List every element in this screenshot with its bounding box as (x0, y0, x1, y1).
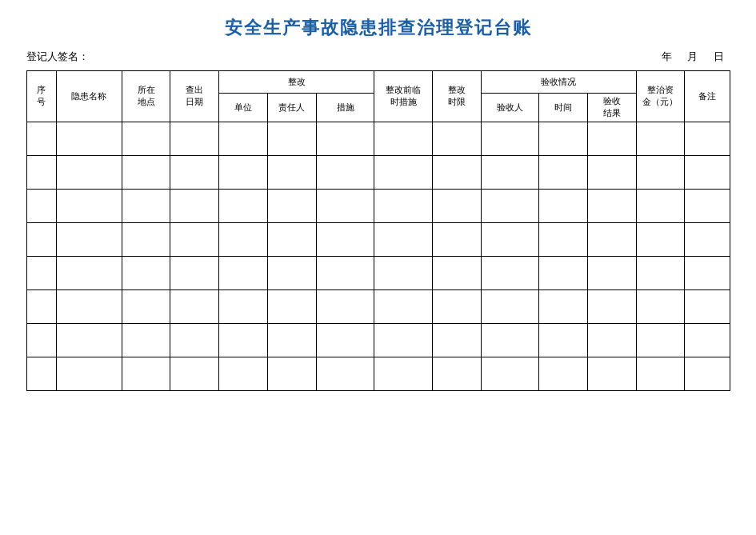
header-seq: 序号 (26, 71, 56, 122)
cell-temp (374, 357, 432, 390)
cell-accept-person (481, 256, 538, 289)
cell-seq (26, 155, 56, 189)
header-accept-person: 验收人 (481, 94, 538, 122)
cell-date (170, 222, 219, 256)
cell-cost (636, 189, 685, 222)
table-row (26, 222, 730, 256)
cell-location (122, 155, 170, 189)
cell-deadline (432, 222, 481, 256)
header-date: 查出日期 (170, 71, 219, 122)
cell-person (268, 122, 317, 155)
cell-remark (685, 289, 730, 323)
cell-accept-result (587, 323, 636, 357)
main-table: 序号 隐患名称 所在地点 查出日期 整改 整改前临时措施 整改时限 验收情况 整… (26, 70, 730, 391)
table-row (26, 357, 730, 390)
header-remark: 备注 (685, 71, 730, 122)
cell-cost (636, 122, 685, 155)
cell-person (268, 289, 317, 323)
cell-unit (219, 289, 268, 323)
signer-label: 登记人签名： (26, 50, 89, 64)
cell-measures (316, 222, 374, 256)
page-title: 安全生产事故隐患排查治理登记台账 (26, 16, 730, 40)
cell-unit (219, 122, 268, 155)
cell-person (268, 323, 317, 357)
cell-name (56, 289, 122, 323)
cell-date (170, 122, 219, 155)
date-area: 年 月 日 (662, 50, 730, 64)
cell-deadline (432, 155, 481, 189)
cell-seq (26, 323, 56, 357)
cell-unit (219, 256, 268, 289)
cell-date (170, 256, 219, 289)
cell-remark (685, 155, 730, 189)
table-row (26, 323, 730, 357)
cell-accept-person (481, 189, 538, 222)
cell-cost (636, 155, 685, 189)
cell-temp (374, 189, 432, 222)
cell-temp (374, 122, 432, 155)
cell-seq (26, 189, 56, 222)
header-measures: 措施 (316, 94, 374, 122)
cell-unit (219, 357, 268, 390)
header-temp-measures: 整改前临时措施 (374, 71, 432, 122)
cell-accept-result (587, 222, 636, 256)
cell-date (170, 323, 219, 357)
cell-temp (374, 289, 432, 323)
cell-accept-time (539, 122, 588, 155)
cell-remark (685, 323, 730, 357)
cell-temp (374, 222, 432, 256)
header-deadline: 整改时限 (432, 71, 481, 122)
cell-measures (316, 189, 374, 222)
cell-measures (316, 357, 374, 390)
cell-location (122, 122, 170, 155)
cell-location (122, 323, 170, 357)
header-name: 隐患名称 (56, 71, 122, 122)
cell-cost (636, 256, 685, 289)
cell-unit (219, 323, 268, 357)
header-rectification: 整改 (219, 71, 374, 94)
cell-location (122, 289, 170, 323)
cell-location (122, 357, 170, 390)
header-cost: 整治资金（元） (636, 71, 685, 122)
cell-cost (636, 323, 685, 357)
cell-accept-person (481, 222, 538, 256)
cell-accept-time (539, 289, 588, 323)
table-row (26, 289, 730, 323)
header-inspection: 验收情况 (481, 71, 636, 94)
table-row (26, 122, 730, 155)
cell-accept-person (481, 155, 538, 189)
cell-name (56, 155, 122, 189)
cell-person (268, 155, 317, 189)
cell-seq (26, 256, 56, 289)
cell-measures (316, 122, 374, 155)
cell-remark (685, 122, 730, 155)
cell-accept-result (587, 357, 636, 390)
header-location: 所在地点 (122, 71, 170, 122)
cell-unit (219, 189, 268, 222)
cell-measures (316, 155, 374, 189)
cell-accept-result (587, 122, 636, 155)
cell-unit (219, 155, 268, 189)
cell-accept-result (587, 189, 636, 222)
cell-cost (636, 222, 685, 256)
cell-location (122, 189, 170, 222)
cell-date (170, 357, 219, 390)
cell-remark (685, 357, 730, 390)
cell-remark (685, 222, 730, 256)
cell-remark (685, 256, 730, 289)
cell-person (268, 256, 317, 289)
cell-seq (26, 357, 56, 390)
cell-measures (316, 323, 374, 357)
cell-name (56, 256, 122, 289)
cell-name (56, 189, 122, 222)
cell-deadline (432, 256, 481, 289)
table-row (26, 189, 730, 222)
cell-accept-person (481, 289, 538, 323)
cell-person (268, 357, 317, 390)
cell-accept-time (539, 222, 588, 256)
cell-date (170, 189, 219, 222)
cell-accept-time (539, 155, 588, 189)
cell-deadline (432, 122, 481, 155)
cell-date (170, 289, 219, 323)
cell-seq (26, 289, 56, 323)
